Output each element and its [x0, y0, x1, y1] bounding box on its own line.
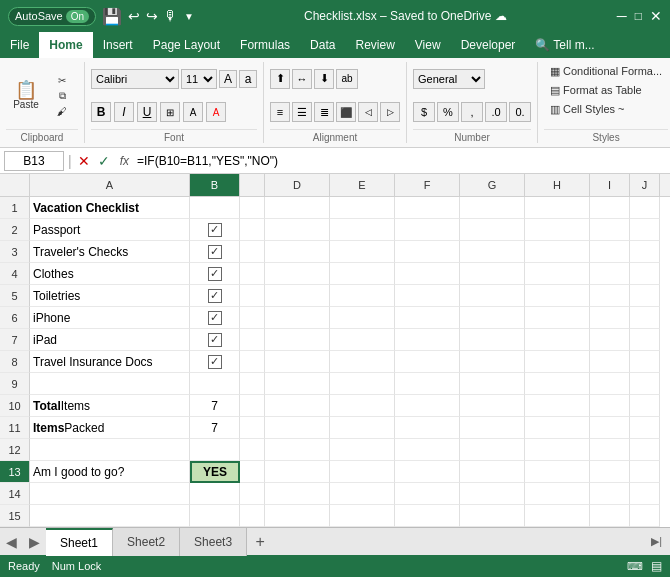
col-header-f[interactable]: F	[395, 174, 460, 196]
col-header-h[interactable]: H	[525, 174, 590, 196]
cell-f4[interactable]	[395, 263, 460, 285]
cell-g4[interactable]	[460, 263, 525, 285]
cell-a14[interactable]	[30, 483, 190, 505]
cell-c8[interactable]	[240, 351, 265, 373]
row-header-5[interactable]: 5	[0, 285, 30, 307]
cell-b1[interactable]	[190, 197, 240, 219]
cell-b4[interactable]	[190, 263, 240, 285]
cell-c3[interactable]	[240, 241, 265, 263]
cell-i10[interactable]	[590, 395, 630, 417]
redo-icon[interactable]: ↪	[146, 8, 158, 24]
menu-tell-me[interactable]: 🔍 Tell m...	[525, 32, 604, 58]
cell-c10[interactable]	[240, 395, 265, 417]
align-right-button[interactable]: ≣	[314, 102, 334, 122]
align-center-button[interactable]: ☰	[292, 102, 312, 122]
cell-e13[interactable]	[330, 461, 395, 483]
cell-b8[interactable]	[190, 351, 240, 373]
italic-button[interactable]: I	[114, 102, 134, 122]
cell-d10[interactable]	[265, 395, 330, 417]
row-header-2[interactable]: 2	[0, 219, 30, 241]
fill-color-button[interactable]: A	[183, 102, 203, 122]
number-format-select[interactable]: General	[413, 69, 485, 89]
cell-c7[interactable]	[240, 329, 265, 351]
border-button[interactable]: ⊞	[160, 102, 180, 122]
row-header-8[interactable]: 8	[0, 351, 30, 373]
customize-icon[interactable]: 🎙	[164, 8, 178, 24]
font-size-decrease[interactable]: a	[239, 70, 257, 88]
checkbox-b6[interactable]	[208, 311, 222, 325]
close-icon[interactable]: ✕	[650, 8, 662, 24]
cell-d11[interactable]	[265, 417, 330, 439]
col-header-b[interactable]: B	[190, 174, 240, 196]
cell-b14[interactable]	[190, 483, 240, 505]
cell-d8[interactable]	[265, 351, 330, 373]
row-header-6[interactable]: 6	[0, 307, 30, 329]
cell-e1[interactable]	[330, 197, 395, 219]
cell-e12[interactable]	[330, 439, 395, 461]
cell-b2[interactable]	[190, 219, 240, 241]
row-header-13[interactable]: 13	[0, 461, 30, 483]
cell-c15[interactable]	[240, 505, 265, 527]
cell-c5[interactable]	[240, 285, 265, 307]
cell-g1[interactable]	[460, 197, 525, 219]
align-left-button[interactable]: ≡	[270, 102, 290, 122]
cell-j9[interactable]	[630, 373, 660, 395]
cell-d12[interactable]	[265, 439, 330, 461]
cell-f11[interactable]	[395, 417, 460, 439]
menu-view[interactable]: View	[405, 32, 451, 58]
cell-d7[interactable]	[265, 329, 330, 351]
cell-g13[interactable]	[460, 461, 525, 483]
checkbox-b3[interactable]	[208, 245, 222, 259]
row-header-3[interactable]: 3	[0, 241, 30, 263]
decrease-decimal-button[interactable]: 0.	[509, 102, 531, 122]
cell-i9[interactable]	[590, 373, 630, 395]
cell-a10[interactable]: Total Items	[30, 395, 190, 417]
row-header-1[interactable]: 1	[0, 197, 30, 219]
cell-j13[interactable]	[630, 461, 660, 483]
align-bottom-button[interactable]: ⬇	[314, 69, 334, 89]
increase-decimal-button[interactable]: .0	[485, 102, 507, 122]
col-header-j[interactable]: J	[630, 174, 660, 196]
cell-j7[interactable]	[630, 329, 660, 351]
cell-g10[interactable]	[460, 395, 525, 417]
font-color-button[interactable]: A	[206, 102, 226, 122]
cell-g15[interactable]	[460, 505, 525, 527]
cell-f3[interactable]	[395, 241, 460, 263]
cell-b5[interactable]	[190, 285, 240, 307]
scrollbar-icon[interactable]: ▤	[651, 559, 662, 573]
sheet-tab-next[interactable]: ▶	[23, 534, 46, 550]
cell-j12[interactable]	[630, 439, 660, 461]
cell-e11[interactable]	[330, 417, 395, 439]
cell-h15[interactable]	[525, 505, 590, 527]
cell-h9[interactable]	[525, 373, 590, 395]
cell-b11[interactable]: 7	[190, 417, 240, 439]
cell-c13[interactable]	[240, 461, 265, 483]
cell-h5[interactable]	[525, 285, 590, 307]
row-header-10[interactable]: 10	[0, 395, 30, 417]
cell-f9[interactable]	[395, 373, 460, 395]
cell-e2[interactable]	[330, 219, 395, 241]
cell-a6[interactable]: iPhone	[30, 307, 190, 329]
cell-h14[interactable]	[525, 483, 590, 505]
cell-e10[interactable]	[330, 395, 395, 417]
cell-f13[interactable]	[395, 461, 460, 483]
align-middle-button[interactable]: ↔	[292, 69, 312, 89]
cell-a2[interactable]: Passport	[30, 219, 190, 241]
cell-g5[interactable]	[460, 285, 525, 307]
cell-e15[interactable]	[330, 505, 395, 527]
copy-button[interactable]: ⧉	[46, 88, 78, 104]
bold-button[interactable]: B	[91, 102, 111, 122]
format-painter-button[interactable]: 🖌	[46, 104, 78, 119]
cell-b7[interactable]	[190, 329, 240, 351]
checkbox-b5[interactable]	[208, 289, 222, 303]
cell-i15[interactable]	[590, 505, 630, 527]
cell-e6[interactable]	[330, 307, 395, 329]
cell-i14[interactable]	[590, 483, 630, 505]
dropdown-icon[interactable]: ▼	[184, 11, 194, 22]
cell-d15[interactable]	[265, 505, 330, 527]
autosave-toggle[interactable]: On	[66, 10, 89, 23]
cell-j11[interactable]	[630, 417, 660, 439]
sheet-tab-sheet2[interactable]: Sheet2	[113, 528, 180, 556]
cell-c12[interactable]	[240, 439, 265, 461]
cell-e9[interactable]	[330, 373, 395, 395]
